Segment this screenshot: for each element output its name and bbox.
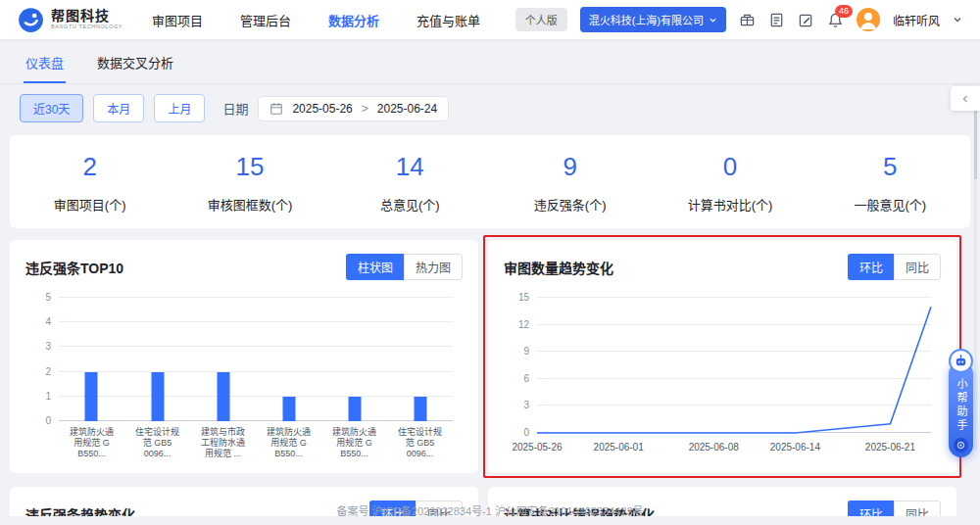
stat-value: 14	[330, 152, 490, 182]
y-axis-tick: 9	[523, 347, 529, 357]
brand-subtitle: BANGTU TECHNOLOGY	[51, 24, 122, 30]
user-avatar[interactable]	[857, 8, 880, 31]
header-right: 个人版 混火科技(上海)有限公司 46 临轩听风	[515, 7, 962, 32]
chart-type-toggle: 柱状图 热力图	[346, 254, 463, 280]
x-axis-tick: 2025-06-08	[689, 442, 739, 453]
y-axis-tick: 0	[523, 428, 529, 438]
stat-label: 总意见(个)	[330, 195, 490, 214]
bar	[217, 372, 229, 421]
bar-category-label: 住宅设计规范 GB50096...	[124, 427, 190, 459]
tab-dashboard[interactable]: 仪表盘	[24, 39, 66, 83]
side-panel-toggle[interactable]	[951, 86, 980, 111]
stat-value: 0	[650, 152, 809, 182]
bar-chart-toggle[interactable]: 柱状图	[346, 254, 404, 280]
assistant-widget[interactable]: 小帮助手	[949, 349, 973, 457]
package-icon[interactable]	[739, 12, 756, 28]
nav-item-data-analysis[interactable]: 数据分析	[328, 11, 379, 29]
y-axis-tick: 15	[518, 293, 529, 303]
y-axis-tick: 0	[45, 416, 51, 426]
bar-chart-x-labels: 建筑防火通用规范 GB550...住宅设计规范 GB50096...建筑与市政工…	[25, 427, 463, 459]
tab-cross-analysis[interactable]: 数据交叉分析	[95, 39, 175, 83]
stat-value: 5	[810, 152, 970, 182]
app-root: 帮图科技 BANGTU TECHNOLOGY 审图项目 管理后台 数据分析 充值…	[0, 0, 980, 525]
filter-last-month[interactable]: 上月	[154, 94, 205, 122]
y-axis-tick: 3	[45, 342, 51, 352]
yoy-toggle[interactable]: 同比	[894, 254, 941, 280]
line-chart: 03691215	[504, 298, 941, 433]
stat-value: 9	[490, 152, 650, 182]
gridline	[59, 371, 453, 372]
stat-label: 违反强条(个)	[490, 195, 650, 214]
icp-record-text: 备案号 沪ICP备2023022834号-1 沪公网安备310104023344…	[336, 505, 643, 517]
y-axis-tick: 5	[45, 293, 51, 303]
stat-reviewed-frames: 15 审核图框数(个)	[170, 152, 329, 214]
line-chart-x-labels: 2025-05-262025-06-012025-06-082025-06-14…	[537, 442, 931, 455]
assistant-robot-icon	[949, 349, 973, 373]
mom-toggle[interactable]: 环比	[848, 254, 894, 280]
gridline	[59, 297, 453, 298]
violations-top10-card: 违反强条TOP10 柱状图 热力图 012345 建筑防火通用规范 GB550.…	[10, 240, 478, 473]
bar-category-label: 建筑防火通用规范 GB550...	[256, 427, 321, 459]
date-range-picker[interactable]: 2025-05-26 > 2025-06-24	[258, 96, 449, 121]
date-end: 2025-06-24	[377, 102, 437, 116]
stat-calc-compare: 0 计算书对比(个)	[650, 152, 809, 214]
filter-this-month[interactable]: 本月	[93, 94, 144, 122]
company-selector[interactable]: 混火科技(上海)有限公司	[580, 7, 726, 32]
trend-line	[537, 298, 931, 433]
heatmap-toggle[interactable]: 热力图	[404, 254, 463, 280]
y-axis-tick: 3	[523, 401, 529, 410]
bar	[414, 397, 426, 421]
y-axis-tick: 12	[518, 320, 529, 330]
stats-summary-card: 2 审图项目(个) 15 审核图框数(个) 14 总意见(个) 9 违反强条(个…	[10, 135, 970, 228]
bar-category-label: 住宅设计规范 GB50096...	[387, 427, 453, 459]
username: 临轩听风	[893, 12, 940, 28]
nav-item-billing[interactable]: 充值与账单	[416, 11, 480, 29]
stat-total-opinions: 14 总意见(个)	[330, 152, 490, 214]
brand-name: 帮图科技	[51, 9, 122, 23]
plan-badge: 个人版	[515, 8, 567, 31]
y-axis-tick: 2	[45, 367, 51, 377]
assistant-label: 小帮助手	[956, 378, 966, 433]
assistant-headset-icon	[954, 438, 968, 453]
brand[interactable]: 帮图科技 BANGTU TECHNOLOGY	[18, 7, 122, 33]
nav-item-admin-console[interactable]: 管理后台	[240, 11, 291, 29]
x-axis-tick: 2025-06-21	[865, 442, 915, 453]
brand-logo-icon	[18, 7, 44, 33]
y-axis-tick: 1	[45, 392, 51, 402]
filter-last-30-days[interactable]: 近30天	[20, 94, 83, 122]
scrollbar[interactable]	[974, 86, 977, 451]
x-axis-tick: 2025-06-14	[770, 442, 820, 453]
card-title: 审图数量趋势变化	[504, 258, 613, 277]
nav-item-review-projects[interactable]: 审图项目	[152, 11, 203, 29]
compare-mode-toggle: 环比 同比	[848, 254, 941, 280]
stat-label: 审图项目(个)	[10, 195, 170, 214]
card-title: 违反强条TOP10	[25, 258, 123, 277]
x-axis-tick: 2025-05-26	[512, 442, 562, 453]
stat-label: 计算书对比(个)	[650, 195, 809, 214]
gridline	[59, 321, 453, 322]
stat-label: 一般意见(个)	[810, 195, 970, 214]
stat-review-projects: 2 审图项目(个)	[10, 152, 170, 214]
x-axis-tick: 2025-06-01	[594, 442, 644, 453]
bar-category-label: 建筑防火通用规范 GB550...	[321, 427, 387, 459]
date-separator: >	[362, 102, 368, 116]
user-menu-chevron-icon[interactable]	[953, 15, 962, 24]
edit-icon[interactable]	[798, 12, 814, 28]
stat-value: 2	[10, 152, 170, 182]
date-start: 2025-05-26	[292, 102, 352, 116]
form-icon[interactable]	[768, 12, 785, 28]
y-axis-tick: 6	[523, 374, 529, 384]
notifications-button[interactable]: 46	[827, 12, 844, 28]
bar	[282, 397, 295, 421]
tabbar: 仪表盘 数据交叉分析	[0, 39, 980, 84]
stat-label: 审核图框数(个)	[170, 195, 329, 214]
company-name: 混火科技(上海)有限公司	[589, 12, 704, 27]
calendar-icon	[270, 102, 283, 116]
review-trend-card: 审图数量趋势变化 环比 同比 03691215 2025-05-262025-0…	[488, 240, 956, 473]
date-label: 日期	[222, 99, 248, 118]
gridline	[59, 420, 453, 421]
gridline	[59, 346, 453, 347]
y-axis-tick: 4	[45, 317, 51, 327]
bar	[85, 372, 98, 421]
notification-badge: 46	[835, 5, 853, 18]
